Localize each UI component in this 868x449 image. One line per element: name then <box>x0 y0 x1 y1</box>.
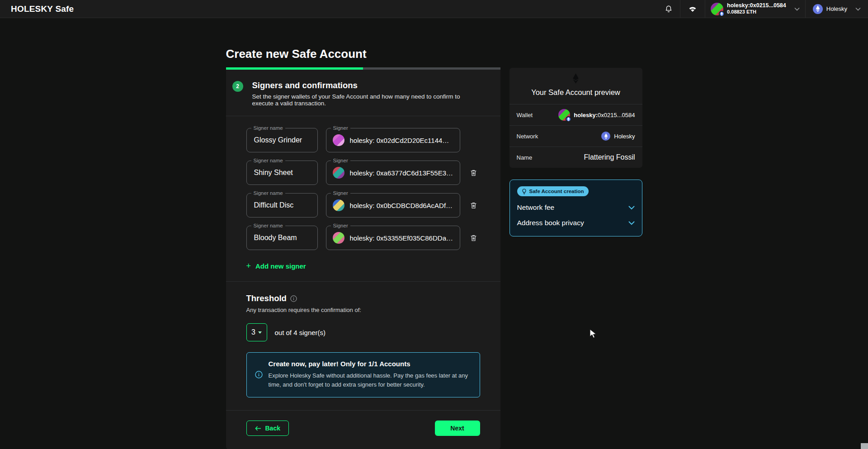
signer-name-value: Difficult Disc <box>254 201 294 209</box>
threshold-description: Any transaction requires the confirmatio… <box>246 307 480 313</box>
step-subheading: Set the signer wallets of your Safe Acco… <box>252 93 480 107</box>
ethereum-network-icon <box>813 4 823 14</box>
add-new-signer-label: Add new signer <box>255 262 306 270</box>
wallet-avatar-badge <box>719 11 725 17</box>
back-button-label: Back <box>265 425 280 432</box>
trash-icon <box>469 201 478 210</box>
remove-signer-button[interactable] <box>468 200 479 211</box>
signer-address-value: holesky: 0xa6377dC6d13F55E3D4DB... <box>350 169 453 177</box>
signer-address-label: Signer <box>331 158 350 164</box>
preview-wallet-prefix: holesky: <box>574 112 598 118</box>
preview-wallet-row: Wallet holesky:0x0215...0584 <box>509 104 642 125</box>
signer-address-label: Signer <box>331 223 350 229</box>
preview-name-value: Flattering Fossil <box>584 153 635 161</box>
remove-signer-button[interactable] <box>468 233 479 243</box>
network-selector[interactable]: Holesky <box>805 0 868 18</box>
signer-name-label: Signer name <box>251 158 285 164</box>
next-button[interactable]: Next <box>435 421 480 436</box>
preview-network-value: Holesky <box>614 133 635 140</box>
preview-heading: Your Safe Account preview <box>517 88 635 97</box>
signer-name-value: Glossy Grinder <box>254 136 302 144</box>
plus-icon: + <box>246 262 251 270</box>
signer-address-value: holesky: 0x02dCd2D20Ec1144D59D3... <box>350 137 453 144</box>
signer-name-value: Shiny Sheet <box>254 169 293 177</box>
notifications-button[interactable] <box>657 0 680 18</box>
signers-section: Signer name Glossy Grinder Signer holesk… <box>226 116 500 281</box>
scrollbar-corner <box>861 443 868 449</box>
signer-name-input[interactable]: Signer name Bloody Beam <box>246 226 318 250</box>
preview-wallet-label: Wallet <box>517 112 533 118</box>
notice-body: Explore Holesky Safe without additional … <box>269 371 471 389</box>
signer-name-input[interactable]: Signer name Shiny Sheet <box>246 161 318 185</box>
signer-avatar <box>333 167 344 179</box>
lightbulb-icon <box>522 189 527 194</box>
tips-item-address-book-privacy[interactable]: Address book privacy <box>517 219 635 227</box>
wallet-avatar <box>711 3 723 15</box>
account-menu[interactable]: holesky:0x0215...0584 0.08823 ETH <box>705 0 805 18</box>
preview-wallet-address: 0x0215...0584 <box>598 112 635 118</box>
remove-signer-button[interactable] <box>468 168 479 178</box>
info-circle-icon <box>255 360 263 389</box>
notice-title: Create now, pay later! Only for 1/1 Acco… <box>269 360 471 368</box>
page-title: Create new Safe Account <box>226 47 500 61</box>
tips-badge-label: Safe Account creation <box>529 189 584 194</box>
chevron-down-icon <box>628 221 635 225</box>
add-new-signer-button[interactable]: + Add new signer <box>246 262 306 270</box>
signer-name-label: Signer name <box>251 190 285 196</box>
trash-icon <box>469 234 478 242</box>
signer-address-input[interactable]: Signer holesky: 0x0bCDBCD8d6AcADf9B9b... <box>326 193 460 217</box>
preview-network-row: Network Holesky <box>509 125 642 147</box>
bell-icon <box>665 5 673 13</box>
threshold-selected-value: 3 <box>251 328 255 336</box>
info-icon[interactable] <box>290 295 297 302</box>
signer-row: Signer name Shiny Sheet Signer holesky: … <box>246 161 480 185</box>
signer-name-value: Bloody Beam <box>254 234 297 242</box>
chevron-down-icon <box>794 7 800 11</box>
network-name: Holesky <box>826 5 847 12</box>
chevron-down-icon <box>628 206 635 210</box>
chevron-down-icon <box>855 7 861 11</box>
step-heading: Signers and confirmations <box>252 80 480 90</box>
signer-name-label: Signer name <box>251 223 285 229</box>
topbar: HOLESKY Safe holesky:0x0215...0584 0.088… <box>0 0 868 18</box>
trash-icon <box>469 169 478 177</box>
create-safe-card: 2 Signers and confirmations Set the sign… <box>226 67 500 449</box>
signer-address-input[interactable]: Signer holesky: 0x02dCd2D20Ec1144D59D3..… <box>326 128 460 152</box>
wallet-avatar <box>558 109 570 121</box>
signer-address-value: holesky: 0x53355Ef035C86DDaCCff... <box>350 234 453 242</box>
signer-address-label: Signer <box>331 125 350 131</box>
walletconnect-button[interactable] <box>680 0 705 18</box>
signer-avatar <box>333 232 344 244</box>
threshold-select[interactable]: 3 <box>246 323 267 341</box>
threshold-heading: Threshold <box>246 293 287 303</box>
signer-name-input[interactable]: Signer name Glossy Grinder <box>246 128 318 152</box>
account-balance: 0.08823 ETH <box>727 9 786 15</box>
step-header: 2 Signers and confirmations Set the sign… <box>226 70 500 116</box>
signer-row: Signer name Difficult Disc Signer holesk… <box>246 193 480 217</box>
preview-network-label: Network <box>517 133 538 140</box>
signer-address-input[interactable]: Signer holesky: 0xa6377dC6d13F55E3D4DB..… <box>326 161 460 185</box>
pay-later-notice: Create now, pay later! Only for 1/1 Acco… <box>246 352 480 397</box>
ethereum-diamond-icon <box>572 73 579 84</box>
signer-row: Signer name Glossy Grinder Signer holesk… <box>246 128 480 152</box>
app-logo: HOLESKY Safe <box>11 4 74 14</box>
threshold-section: Threshold Any transaction requires the c… <box>226 281 500 410</box>
preview-name-label: Name <box>517 154 533 161</box>
tips-item-label: Network fee <box>517 203 555 212</box>
tips-badge[interactable]: Safe Account creation <box>517 186 589 196</box>
signer-row: Signer name Bloody Beam Signer holesky: … <box>246 226 480 250</box>
threshold-suffix: out of 4 signer(s) <box>275 329 326 336</box>
tips-card: Safe Account creation Network fee Addres… <box>509 180 642 236</box>
preview-name-row: Name Flattering Fossil <box>509 147 642 168</box>
wallet-avatar-badge <box>566 116 571 122</box>
step-number-badge: 2 <box>232 81 243 92</box>
signer-avatar <box>333 134 344 146</box>
tips-item-network-fee[interactable]: Network fee <box>517 203 635 212</box>
back-button[interactable]: Back <box>246 421 289 436</box>
safe-account-preview-card: Your Safe Account preview Wallet holesky… <box>509 68 642 168</box>
signer-address-value: holesky: 0x0bCDBCD8d6AcADf9B9b... <box>350 202 453 209</box>
signer-address-input[interactable]: Signer holesky: 0x53355Ef035C86DDaCCff..… <box>326 226 460 250</box>
arrow-left-icon <box>255 426 261 431</box>
signer-name-input[interactable]: Signer name Difficult Disc <box>246 193 318 217</box>
wizard-actions: Back Next <box>226 410 500 449</box>
